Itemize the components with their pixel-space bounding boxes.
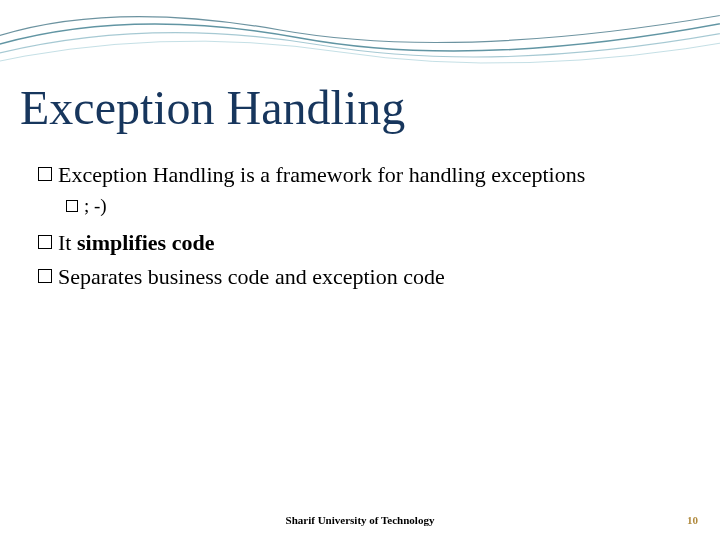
bullet-item-2: It simplifies code <box>38 228 680 258</box>
page-number: 10 <box>687 514 698 526</box>
bullet-text-bold: simplifies code <box>77 230 215 255</box>
bullet-item-3: Separates business code and exception co… <box>38 262 680 292</box>
bullet-text: Exception Handling is a framework for ha… <box>58 160 680 190</box>
bullet-text: Separates business code and exception co… <box>58 262 680 292</box>
slide-title: Exception Handling <box>20 80 405 135</box>
bullet-text-prefix: It <box>58 230 77 255</box>
bullet-item-1: Exception Handling is a framework for ha… <box>38 160 680 190</box>
content-area: Exception Handling is a framework for ha… <box>38 160 680 296</box>
wave-decoration <box>0 0 720 80</box>
bullet-text: It simplifies code <box>58 228 680 258</box>
bullet-subitem-1: ; -) <box>66 194 680 219</box>
square-bullet-icon <box>38 235 52 249</box>
square-bullet-icon <box>66 200 78 212</box>
bullet-text: ; -) <box>84 194 107 219</box>
footer-text: Sharif University of Technology <box>0 514 720 526</box>
slide: Exception Handling Exception Handling is… <box>0 0 720 540</box>
square-bullet-icon <box>38 167 52 181</box>
square-bullet-icon <box>38 269 52 283</box>
